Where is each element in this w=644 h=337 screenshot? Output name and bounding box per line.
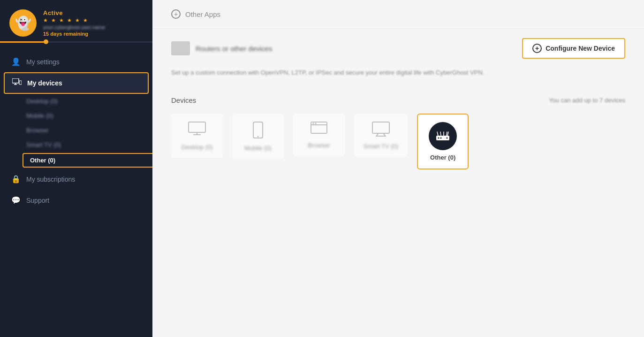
device-card-desktop[interactable]: Desktop (0) [171, 114, 223, 158]
device-card-other[interactable]: Other (0) [417, 114, 469, 169]
router-icon [434, 128, 451, 144]
rating-stars: ★ ★ ★ ★ ★ ★ [43, 17, 105, 23]
devices-icon [12, 78, 22, 88]
svg-line-22 [440, 132, 441, 136]
devices-label: My devices [27, 79, 62, 87]
configure-plus-icon: + [532, 44, 542, 53]
devices-section: Devices You can add up to 7 devices Desk… [152, 87, 644, 179]
svg-point-20 [447, 137, 448, 138]
svg-point-8 [258, 136, 259, 137]
sidebar-nav: 👤 My settings My devices Desktop (0) Mob… [0, 43, 152, 219]
svg-point-12 [315, 123, 317, 124]
sidebar-item-devices[interactable]: My devices [4, 72, 149, 94]
svg-rect-4 [189, 122, 205, 132]
svg-point-18 [438, 137, 439, 138]
routers-left: Routers or other devices [171, 41, 272, 55]
other-apps-label: Other Apps [185, 10, 220, 18]
subscriptions-icon: 🔒 [11, 175, 21, 184]
device-card-browser[interactable]: Browser [293, 114, 345, 156]
devices-row-header: Devices You can add up to 7 devices [171, 96, 625, 104]
sub-nav-smarttv[interactable]: Smart TV (0) [26, 138, 152, 152]
sidebar: 👻 Active ★ ★ ★ ★ ★ ★ your.cyberghost.use… [0, 0, 152, 337]
desktop-card-label: Desktop (0) [181, 144, 212, 151]
browser-card-label: Browser [308, 142, 330, 149]
svg-line-25 [447, 132, 448, 136]
mobile-card-label: Mobile (0) [244, 145, 272, 152]
configure-new-device-button[interactable]: + Configure New Device [522, 38, 625, 59]
configure-btn-label: Configure New Device [546, 45, 615, 52]
main-content: + Other Apps Routers or other devices + … [152, 0, 644, 337]
devices-sub-nav: Desktop (0) Mobile (0) Browser Smart TV … [0, 94, 152, 168]
desktop-card-icon [188, 121, 206, 140]
sub-nav-desktop[interactable]: Desktop (0) [26, 94, 152, 108]
device-cards-container: Desktop (0) Mobile (0) [171, 114, 625, 169]
progress-fill [0, 41, 46, 43]
settings-label: My settings [26, 58, 60, 66]
devices-section-label: Devices [171, 96, 196, 104]
sidebar-item-settings[interactable]: 👤 My settings [0, 51, 152, 72]
sidebar-item-subscriptions[interactable]: 🔒 My subscriptions [0, 168, 152, 190]
sidebar-item-support[interactable]: 💬 Support [0, 190, 152, 211]
svg-line-21 [437, 132, 438, 136]
routers-row: Routers or other devices + Configure New… [171, 29, 625, 68]
svg-rect-13 [372, 122, 389, 133]
routers-title: Routers or other devices [196, 45, 272, 53]
router-icon-circle [429, 122, 457, 150]
support-label: Support [26, 197, 49, 204]
svg-rect-7 [253, 122, 263, 138]
smarttv-card-label: Smart TV (0) [364, 143, 398, 150]
routers-description: Set up a custom connection with OpenVPN,… [171, 68, 625, 87]
support-icon: 💬 [11, 196, 21, 205]
svg-rect-0 [12, 78, 19, 83]
devices-count-label: You can add up to 7 devices [549, 97, 625, 104]
username-label: your.cyberghost.user.name [43, 24, 105, 30]
other-card-label: Other (0) [430, 154, 455, 161]
device-card-smarttv[interactable]: Smart TV (0) [354, 114, 408, 157]
svg-rect-3 [19, 81, 22, 84]
sub-nav-other[interactable]: Other (0) [23, 153, 156, 168]
progress-dot [44, 39, 48, 44]
other-apps-icon: + [171, 9, 181, 19]
device-card-mobile[interactable]: Mobile (0) [232, 114, 284, 159]
trial-label: 15 days remaining [43, 31, 105, 37]
sidebar-header: 👻 Active ★ ★ ★ ★ ★ ★ your.cyberghost.use… [0, 0, 152, 41]
smarttv-card-icon [371, 121, 390, 139]
logo: 👻 [9, 9, 37, 37]
browser-card-icon [310, 121, 328, 138]
svg-line-24 [447, 132, 447, 136]
other-apps-row: + Other Apps [152, 0, 644, 29]
logo-icon: 👻 [15, 15, 31, 31]
trial-progress-bar [0, 41, 152, 43]
settings-icon: 👤 [11, 57, 21, 66]
svg-point-19 [440, 137, 442, 138]
routers-section: Routers or other devices + Configure New… [152, 29, 644, 87]
subscriptions-label: My subscriptions [26, 176, 75, 183]
status-label: Active [43, 9, 105, 16]
header-info: Active ★ ★ ★ ★ ★ ★ your.cyberghost.user.… [43, 9, 105, 37]
router-device-icon [171, 41, 190, 55]
sub-nav-mobile[interactable]: Mobile (0) [26, 108, 152, 123]
svg-point-11 [313, 123, 314, 124]
sub-nav-browser[interactable]: Browser [26, 123, 152, 138]
mobile-card-icon [252, 121, 264, 141]
